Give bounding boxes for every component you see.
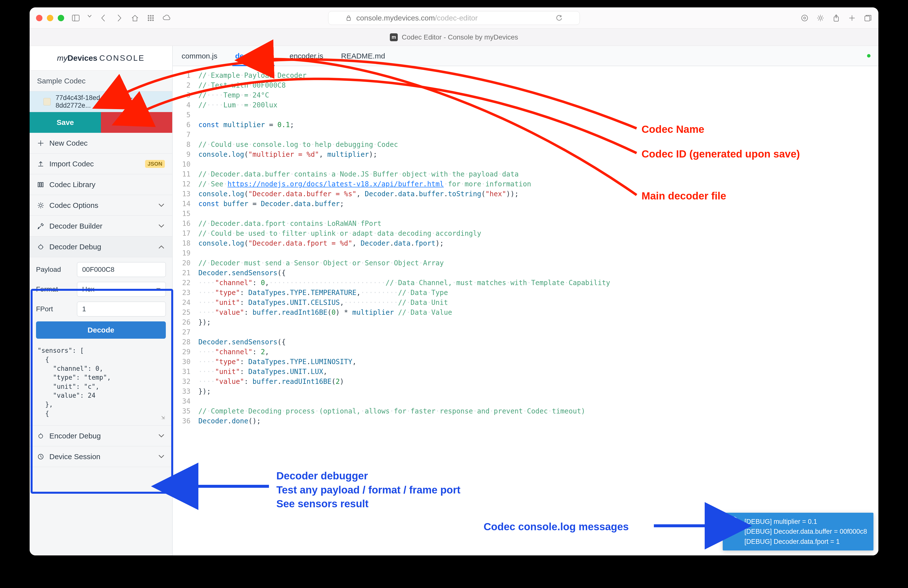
lock-icon [345,15,352,21]
device-session-row[interactable]: Device Session [30,446,172,467]
svg-point-10 [153,20,153,21]
sidebar-toggle-icon[interactable] [72,14,80,22]
tools-icon [37,222,44,230]
svg-rect-11 [347,18,350,21]
chevron-down-icon [158,453,165,460]
codec-library-button[interactable]: Codec Library [30,174,172,195]
encoder-debug-row[interactable]: Encoder Debug [30,425,172,446]
chevron-down-icon [158,202,165,209]
svg-point-6 [150,18,151,19]
svg-point-8 [148,20,149,21]
svg-point-2 [148,15,149,16]
console-messages: [DEBUG] multiplier = 0.1 [DEBUG] Decoder… [744,517,867,547]
decoder-debug-panel: Payload00F000C8 FormatHex FPort1 Decode … [30,257,172,425]
url-host: console.mydevices.com/codec-editor [356,14,478,22]
decoder-debug-row[interactable]: Decoder Debug [30,237,172,257]
line-gutter: 1 2 3 4 5 6 7 8 9 10 11 12 13 14 15 16 1… [173,66,195,556]
chevron-down-icon [158,432,165,440]
decoder-builder-row[interactable]: Decoder Builder [30,216,172,237]
codec-id-row[interactable]: 77d4c43f-18ed-4f10-8bfa-8dd2772e... [30,91,172,112]
import-codec-button[interactable]: Import Codec JSON [30,153,172,174]
share-icon[interactable] [832,14,840,22]
svg-point-24 [39,204,42,206]
file-icon [43,98,51,105]
zoom-window-icon[interactable] [58,15,64,21]
close-window-icon[interactable] [36,15,42,21]
favicon-icon: m [390,33,398,41]
app-brand: myDevicesCONSOLE [30,46,172,71]
svg-point-5 [148,18,149,19]
svg-point-7 [153,18,153,19]
library-icon [37,181,44,188]
svg-point-29 [39,434,43,438]
history-icon [37,453,44,461]
browser-tab[interactable]: m Codec Editor - Console by myDevices [30,29,878,46]
chevron-down-icon [158,223,165,230]
chevron-up-icon [158,243,165,250]
file-tab-decoder-js[interactable]: decoder.js [233,47,273,66]
back-icon[interactable] [99,14,108,22]
gear-icon[interactable] [816,14,824,22]
svg-rect-21 [38,182,39,187]
remove-button[interactable]: Remove [101,112,172,133]
json-badge: JSON [145,160,165,168]
svg-point-13 [803,17,806,19]
forward-icon[interactable] [115,14,123,22]
file-tabs: common.jsdecoder.jsencoder.jsREADME.md [173,46,878,66]
fport-label: FPort [36,305,73,313]
reload-icon[interactable] [556,15,563,21]
sidebar: myDevicesCONSOLE Sample Codec 77d4c43f-1… [30,46,173,556]
svg-point-4 [153,15,153,16]
svg-point-14 [819,17,822,19]
svg-point-9 [150,20,151,21]
file-tab-common-js[interactable]: common.js [180,47,219,66]
codec-id: 77d4c43f-18ed-4f10-8bfa-8dd2772e... [56,94,165,110]
svg-rect-0 [72,15,79,21]
codec-name-row[interactable]: Sample Codec [30,71,172,91]
svg-point-3 [150,15,151,16]
gear-icon [37,202,44,209]
privacy-report-icon[interactable] [800,14,809,22]
plus-icon [37,140,44,147]
info-icon: i [729,517,738,525]
file-tab-README-md[interactable]: README.md [340,47,386,66]
new-codec-button[interactable]: New Codec [30,133,172,153]
address-bar[interactable]: console.mydevices.com/codec-editor [328,11,580,25]
editor-pane: common.jsdecoder.jsencoder.jsREADME.md 1… [173,46,878,556]
svg-rect-18 [865,16,870,21]
code-area[interactable]: //·Example·Payload·Decoder//·Test·with·0… [195,66,878,556]
payload-input[interactable]: 00F000C8 [77,262,166,277]
svg-point-25 [39,245,43,249]
svg-point-12 [802,15,808,21]
browser-titlebar: console.mydevices.com/codec-editor [30,7,878,29]
upload-icon [37,160,44,168]
chevron-down-icon[interactable] [87,14,92,22]
apps-grid-icon[interactable] [147,14,155,22]
svg-rect-23 [42,182,43,187]
payload-label: Payload [36,266,73,274]
home-icon[interactable] [131,14,139,22]
status-indicator-icon [867,54,871,58]
codec-options-row[interactable]: Codec Options [30,195,172,216]
codec-name: Sample Codec [37,77,85,85]
browser-tab-title: Codec Editor - Console by myDevices [402,33,518,41]
debug-output[interactable]: "sensors": [ { "channel": 0, "type": "te… [36,344,166,420]
console-toast: i [DEBUG] multiplier = 0.1 [DEBUG] Decod… [723,513,873,551]
save-button[interactable]: Save [30,112,101,133]
tabs-overview-icon[interactable] [864,14,872,22]
format-select[interactable]: Hex [77,282,166,297]
cloud-icon[interactable] [163,14,171,22]
file-tab-encoder-js[interactable]: encoder.js [288,47,325,66]
new-tab-icon[interactable] [848,14,856,22]
decode-button[interactable]: Decode [36,321,166,339]
bug-icon [37,432,44,440]
traffic-lights[interactable] [36,15,64,21]
minimize-window-icon[interactable] [47,15,53,21]
svg-rect-22 [40,182,41,187]
code-editor[interactable]: 1 2 3 4 5 6 7 8 9 10 11 12 13 14 15 16 1… [173,66,878,556]
format-label: Format [36,285,73,293]
bug-icon [37,243,44,251]
fport-input[interactable]: 1 [77,302,166,316]
